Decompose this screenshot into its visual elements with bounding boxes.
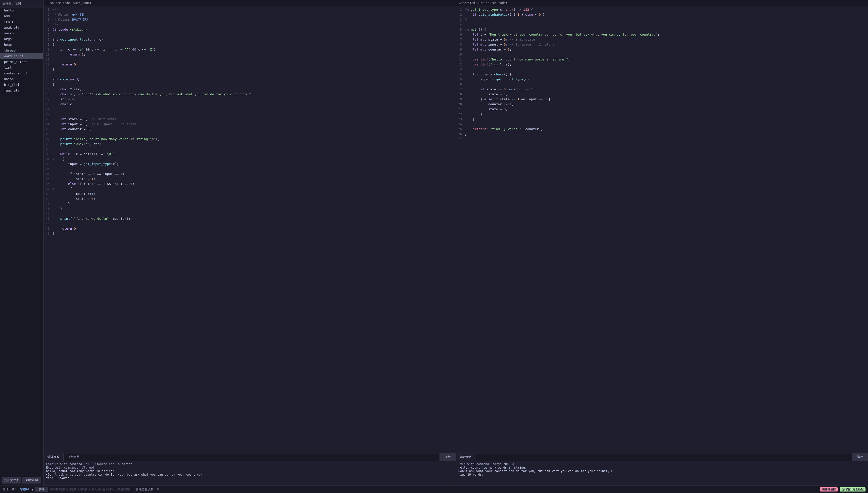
sidebar-item-union[interactable]: union (0, 76, 43, 82)
table-row: 10 (456, 52, 868, 57)
table-row: 13 (456, 67, 868, 72)
table-row: 7int get_input_type(char c) (44, 37, 455, 42)
table-row: 13} (44, 67, 455, 72)
translate-button[interactable]: 转译 (35, 487, 48, 492)
sidebar-buttons: 打开文件夹 加载示例 (0, 475, 43, 486)
table-row: 19 str = s; (44, 97, 455, 102)
right-panel-header: Generated Rust source code: (456, 0, 868, 6)
dropdown-arrow-icon[interactable]: ▼ (31, 488, 33, 491)
table-row: 37▾ { (44, 187, 455, 191)
footer-hint: 不满意?建议点击建议后再次转译(转化自动在未知附上错误信息哦). (50, 488, 134, 491)
sidebar-item-weak_ptr[interactable]: weak_ptr (0, 25, 43, 30)
table-row: 32 input = get_input_type(c); (44, 162, 455, 167)
sidebar-item-macro[interactable]: macro (0, 30, 43, 36)
table-row: 16{ (44, 82, 455, 87)
table-row: 16 (456, 82, 868, 87)
table-row: 34 if (state == 0 && input == 1) (44, 171, 455, 176)
table-row: 15 input = get_input_type(c); (456, 77, 868, 82)
sidebar-item-bit_fields[interactable]: bit_fields (0, 82, 43, 88)
table-row: 9 if (c >= 'a' && c <= 'z' || c >= 'A' &… (44, 47, 455, 52)
table-row: 26} (456, 132, 868, 137)
bottom-panels: 编译参数 运行参数 运行 Compile with command: g++ .… (44, 453, 868, 486)
left-code-area[interactable]: 1/** 2 * @brief 单词计数 3 * @class 逻辑功能型 4 … (44, 6, 455, 453)
table-row: 3 * @class 逻辑功能型 (44, 17, 455, 22)
tool-name: 智谱AI (20, 487, 29, 492)
sidebar-item-thread[interactable]: thread (0, 47, 43, 53)
table-row: 21 (44, 107, 455, 112)
bottom-left-header: 编译参数 运行参数 运行 (44, 453, 455, 461)
left-panel: C source code: word_count 1/** 2 * @brie… (44, 0, 456, 453)
table-row: 36 else if (state == 1 && input == 0) (44, 181, 455, 187)
table-row: 15int main(void) (44, 77, 455, 82)
table-row: 29 (44, 147, 455, 152)
table-row: 7 let mut state = 0; // init state (456, 37, 868, 42)
left-panel-header: C source code: word_count (44, 0, 455, 6)
open-folder-button[interactable]: 打开文件夹 (2, 477, 21, 484)
table-row: 20 char c; (44, 102, 455, 107)
table-row: 17 if state == 0 && input == 1 { (456, 87, 868, 92)
right-panel: Generated Rust source code: 1fn get_inpu… (456, 0, 868, 453)
bottom-left-output: Compile with command: g++ ./source.cpp -… (44, 461, 455, 486)
code-panels: C source code: word_count 1/** 2 * @brie… (44, 0, 868, 453)
run-button-left[interactable]: 运行 (440, 453, 455, 460)
bottom-right-panel: 运行参数 运行 Exec with command: cargo run -q … (456, 453, 868, 486)
table-row: 5fn main() { (456, 27, 868, 32)
table-row: 17 char * str; (44, 87, 455, 92)
table-row: 20 counter += 1; (456, 102, 868, 107)
table-row: 39 state = 0; (44, 196, 455, 201)
sidebar-item-args[interactable]: args (0, 36, 43, 42)
sidebar-item-hello[interactable]: hello (0, 7, 43, 13)
sidebar-item-heap[interactable]: heap (0, 42, 43, 47)
table-row: 44 (44, 221, 455, 226)
sidebar-item-list[interactable]: list (0, 65, 43, 70)
match-badge: 运行输出完全匹配 (840, 487, 866, 492)
sidebar-item-word_count[interactable]: word_count (0, 53, 43, 59)
footer-bar: 转译工具: 智谱AI ▼ 转译 不满意?建议点击建议后再次转译(转化自动在未知附… (0, 486, 868, 493)
tab-run-params-right[interactable]: 运行参数 (456, 453, 476, 460)
footer-tool-label: 转译工具: 智谱AI (2, 487, 29, 492)
run-button-right[interactable]: 运行 (852, 453, 868, 460)
table-row: 22 } (456, 112, 868, 117)
table-row: 6 let s = "Don't ask what your country c… (456, 32, 868, 37)
table-row: 2 * @brief 单词计数 (44, 12, 455, 17)
table-row: 23 } (456, 117, 868, 122)
table-row: 12 return 0; (44, 62, 455, 67)
table-row: 27 (456, 137, 868, 142)
sidebar-item-trait[interactable]: trait (0, 19, 43, 25)
table-row: 10 return 1; (44, 52, 455, 57)
table-row: 12 println!("{{}}", s); (456, 62, 868, 67)
table-row: 18 char s[] = "Don't ask what your count… (44, 92, 455, 97)
table-row: 27 printf("hello, count how many words i… (44, 137, 455, 142)
table-row: 14 for c in s.chars() { (456, 72, 868, 77)
sidebar-item-add[interactable]: add (0, 13, 43, 19)
table-row: 3} (456, 17, 868, 22)
sidebar-item-container_of[interactable]: container_of (0, 70, 43, 76)
table-row: 31▾ { (44, 156, 455, 162)
table-row: 25 println!("find {} words.", counter); (456, 127, 868, 132)
tab-run-params-left[interactable]: 运行参数 (64, 453, 84, 460)
bottom-right-header: 运行参数 运行 (456, 453, 868, 461)
eval-count: 测评重复次数: 0 (136, 487, 159, 492)
table-row: 19 } else if state == 1 && input == 0 { (456, 97, 868, 102)
table-row: 4 (456, 22, 868, 27)
table-row: 38 counter++; (44, 191, 455, 196)
tool-label-text: 转译工具: (2, 487, 16, 492)
right-code-area[interactable]: 1fn get_input_type(c: char) -> i32 { 2 i… (456, 6, 868, 453)
bottom-left-panel: 编译参数 运行参数 运行 Compile with command: g++ .… (44, 453, 456, 486)
table-row: 18 state = 1; (456, 92, 868, 97)
score-badge: 测评可信度 (820, 487, 838, 492)
table-row: 41 } (44, 206, 455, 211)
table-row: 21 state = 0; (456, 107, 868, 112)
table-row: 6 (44, 32, 455, 37)
table-row: 42 (44, 211, 455, 216)
table-row: 33 (44, 167, 455, 171)
tab-compile-params[interactable]: 编译参数 (44, 453, 64, 460)
table-row: 25 int counter = 0; (44, 127, 455, 132)
table-row: 24 int input = 0; // 0: space 1: alpha (44, 122, 455, 127)
table-row: 1fn get_input_type(c: char) -> i32 { (456, 7, 868, 12)
sidebar-item-func_ptr[interactable]: func_ptr (0, 88, 43, 93)
table-row: 5#include <stdio.h> (44, 27, 455, 32)
table-row: 9 let mut counter = 0; (456, 47, 868, 52)
load-example-button[interactable]: 加载示例 (22, 477, 41, 484)
sidebar-item-prime_number[interactable]: prime_number (0, 59, 43, 65)
